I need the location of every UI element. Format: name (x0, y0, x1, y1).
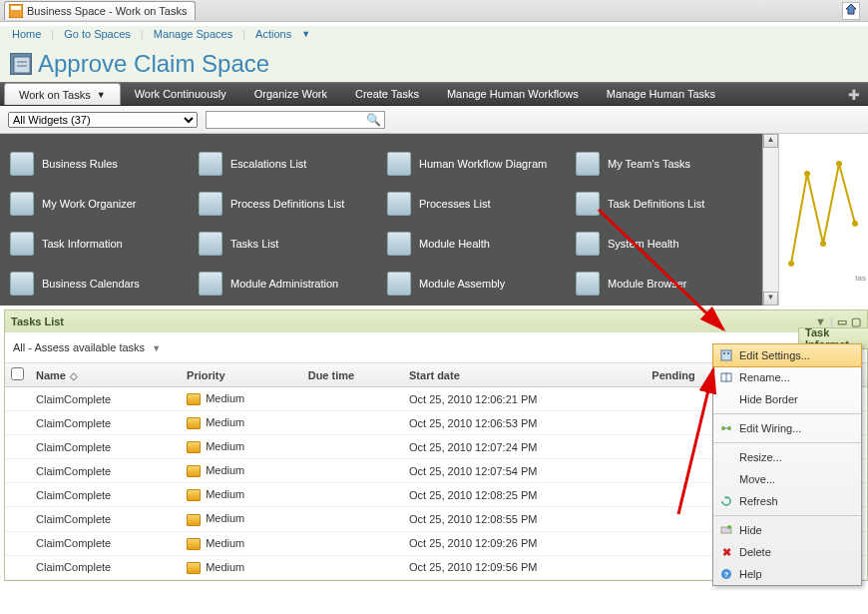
scroll-track[interactable] (763, 148, 778, 292)
svg-rect-1 (11, 6, 21, 10)
menu-label: Resize... (739, 451, 782, 463)
widget-filter-select[interactable]: All Widgets (37) (8, 112, 198, 128)
cell-name: ClaimComplete (30, 531, 181, 555)
scroll-up-button[interactable]: ▲ (763, 134, 778, 148)
cell-priority: Medium (181, 531, 302, 555)
col-due[interactable]: Due time (302, 363, 403, 387)
add-tab-button[interactable]: ✚ (840, 83, 868, 105)
catalog-scrollbar[interactable]: ▲ ▼ (762, 134, 778, 306)
view-selector[interactable]: All - Assess available tasks ▼ (13, 341, 161, 353)
cell-priority: Medium (181, 435, 302, 459)
priority-icon (187, 441, 201, 453)
menu-hide[interactable]: Hide (713, 519, 861, 541)
app-tabbar: Business Space - Work on Tasks (0, 0, 868, 22)
svg-point-21 (727, 525, 731, 529)
priority-icon (187, 562, 201, 574)
menu-hide-border[interactable]: Hide Border (713, 388, 861, 410)
col-priority[interactable]: Priority (181, 363, 302, 387)
cell-due (302, 387, 403, 411)
widget-module-browser[interactable]: Module Browser (570, 264, 758, 304)
cell-priority: Medium (181, 507, 302, 531)
nav-home[interactable]: Home (12, 28, 41, 40)
cell-name: ClaimComplete (30, 387, 181, 411)
cell-start: Oct 25, 2010 12:09:26 PM (403, 531, 646, 555)
tab-manage-human-tasks[interactable]: Manage Human Tasks (593, 83, 729, 105)
col-checkbox (5, 363, 30, 387)
tab-create-tasks[interactable]: Create Tasks (341, 83, 433, 105)
widget-label: Task Information (42, 238, 123, 250)
tab-organize-work[interactable]: Organize Work (240, 83, 341, 105)
app-tab[interactable]: Business Space - Work on Tasks (4, 1, 196, 20)
menu-help[interactable]: ? Help (713, 563, 861, 585)
menu-separator (713, 515, 861, 516)
svg-point-18 (727, 426, 731, 430)
widget-icon (576, 272, 600, 296)
menu-edit-settings[interactable]: Edit Settings... (712, 343, 862, 367)
menu-delete[interactable]: ✖ Delete (713, 541, 861, 563)
widget-business-rules[interactable]: Business Rules (4, 144, 193, 184)
widget-human-workflow-diagram[interactable]: Human Workflow Diagram (381, 144, 570, 184)
menu-edit-wiring[interactable]: Edit Wiring... (713, 417, 861, 439)
top-nav: Home| Go to Spaces| Manage Spaces| Actio… (0, 22, 868, 46)
select-all-checkbox[interactable] (11, 367, 24, 380)
cell-due (302, 459, 403, 483)
refresh-icon (719, 494, 733, 508)
menu-label: Rename... (739, 371, 790, 383)
menu-resize[interactable]: Resize... (713, 446, 861, 468)
widget-escalations-list[interactable]: Escalations List (193, 144, 381, 184)
search-input[interactable] (206, 111, 385, 129)
widget-module-administration[interactable]: Module Administration (193, 264, 381, 304)
widget-module-health[interactable]: Module Health (381, 224, 570, 264)
col-start[interactable]: Start date (403, 363, 646, 387)
widget-label: Task Definitions List (608, 198, 704, 210)
tab-manage-human-workflows[interactable]: Manage Human Workflows (433, 83, 593, 105)
widget-icon (199, 272, 222, 296)
widget-icon (576, 152, 600, 176)
menu-refresh[interactable]: Refresh (713, 490, 861, 512)
col-name[interactable]: Name◇ (30, 363, 181, 387)
scroll-down-button[interactable]: ▼ (763, 292, 778, 306)
widget-my-teams-tasks[interactable]: My Team's Tasks (570, 144, 758, 184)
home-button[interactable] (842, 2, 860, 20)
search-icon[interactable]: 🔍 (366, 113, 381, 127)
nav-go-spaces[interactable]: Go to Spaces (64, 28, 131, 40)
help-icon: ? (719, 567, 733, 581)
svg-point-8 (804, 171, 810, 177)
widget-module-assembly[interactable]: Module Assembly (381, 264, 570, 304)
blank-icon (719, 392, 733, 406)
svg-text:?: ? (724, 570, 729, 579)
widget-tasks-list[interactable]: Tasks List (193, 224, 381, 264)
widget-task-definitions-list[interactable]: Task Definitions List (570, 184, 758, 224)
main-tabs: Work on Tasks ▼ Work Continuously Organi… (0, 82, 868, 106)
tab-work-on-tasks[interactable]: Work on Tasks ▼ (4, 83, 121, 105)
cell-due (302, 555, 403, 579)
widget-system-health[interactable]: System Health (570, 224, 758, 264)
widget-task-information[interactable]: Task Information (4, 224, 193, 264)
tab-work-continuously[interactable]: Work Continuously (121, 83, 240, 105)
menu-move[interactable]: Move... (713, 468, 861, 490)
widget-icon (387, 272, 411, 296)
cell-due (302, 483, 403, 507)
cell-priority: Medium (181, 387, 302, 411)
menu-rename[interactable]: Rename... (713, 366, 861, 388)
hide-icon (719, 523, 733, 537)
cell-name: ClaimComplete (30, 435, 181, 459)
cell-start: Oct 25, 2010 12:08:55 PM (403, 507, 646, 531)
blank-icon (719, 450, 733, 464)
home-icon (844, 2, 858, 19)
tab-label: Manage Human Tasks (607, 88, 715, 100)
widget-label: Processes List (419, 198, 491, 210)
widget-my-work-organizer[interactable]: My Work Organizer (4, 184, 193, 224)
widget-processes-list[interactable]: Processes List (381, 184, 570, 224)
nav-actions[interactable]: Actions (255, 28, 291, 40)
widget-icon (199, 192, 222, 216)
menu-label: Move... (739, 473, 775, 485)
settings-icon (719, 348, 733, 362)
widget-label: Human Workflow Diagram (419, 158, 547, 170)
widget-business-calendars[interactable]: Business Calendars (4, 264, 193, 304)
widget-process-definitions-list[interactable]: Process Definitions List (193, 184, 381, 224)
nav-manage-spaces[interactable]: Manage Spaces (154, 28, 233, 40)
panel-title: Tasks List (11, 315, 64, 327)
widget-label: Business Calendars (42, 278, 140, 290)
tab-label: Work Continuously (135, 88, 226, 100)
